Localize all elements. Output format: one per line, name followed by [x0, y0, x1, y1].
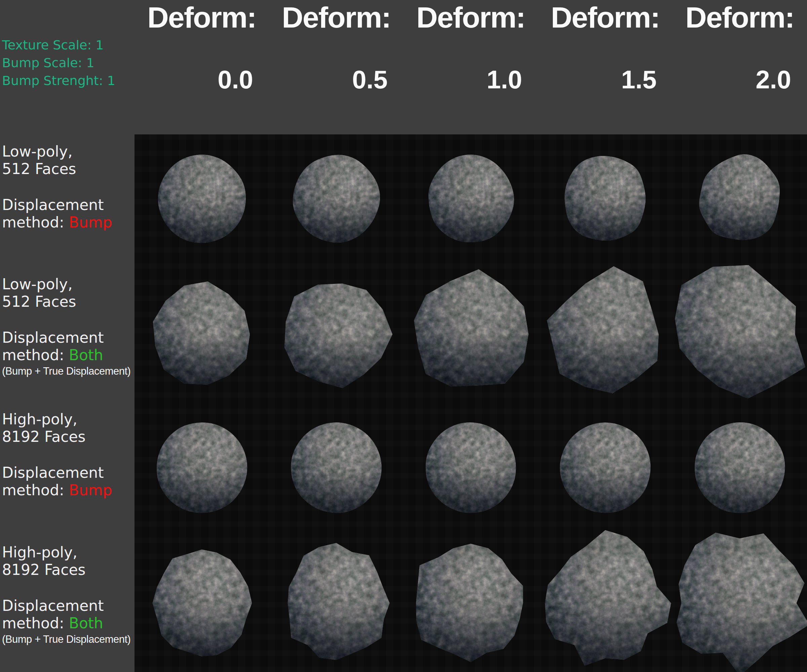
column-header-deform-3: Deform: [538, 0, 672, 35]
column-deform-value-3: 1.5 [572, 65, 706, 95]
face-count-label: 8192 Faces [2, 428, 134, 445]
asteroid-svg [269, 538, 404, 672]
column-deform-value-4: 2.0 [706, 65, 807, 95]
asteroid-render-r0c1 [269, 134, 404, 269]
settings-line-2: Bump Strenght: 1 [2, 72, 115, 90]
asteroid-render-r3c0 [134, 538, 269, 672]
asteroid-svg [269, 269, 404, 403]
displacement-word-label: Displacement [2, 464, 134, 482]
asteroid-render-r1c3 [538, 269, 672, 403]
asteroid-svg [404, 269, 538, 403]
method-value-label: Bump [69, 214, 112, 231]
row-label-block-2: High-poly,8192 FacesDisplacementmethod: … [2, 410, 134, 500]
asteroid-render-r3c4 [672, 538, 807, 672]
asteroid-render-r0c3 [538, 134, 672, 269]
asteroid-render-r1c0 [134, 269, 269, 403]
asteroid-svg [269, 134, 404, 269]
asteroid-render-r2c2 [404, 403, 538, 538]
row-label-block-1: Low-poly,512 FacesDisplacementmethod: Bo… [2, 276, 134, 378]
column-header-deform-1: Deform: [269, 0, 404, 35]
method-line: method: Bump [2, 214, 134, 231]
asteroid-svg [538, 403, 672, 538]
column-deform-value-0: 0.0 [168, 65, 303, 95]
asteroid-svg [538, 134, 672, 269]
mesh-type-label: High-poly, [2, 410, 134, 428]
face-count-label: 512 Faces [2, 293, 134, 310]
column-header-deform-2: Deform: [404, 0, 538, 35]
method-prefix-label: method: [2, 346, 69, 364]
method-prefix-label: method: [2, 614, 69, 632]
method-note-label: (Bump + True Displacement) [2, 633, 134, 646]
asteroid-render-r1c4 [672, 269, 807, 403]
asteroid-render-r1c1 [269, 269, 404, 403]
asteroid-render-r2c4 [672, 403, 807, 538]
method-prefix-label: method: [2, 482, 69, 498]
column-value-row: 0.00.51.01.52.0 [168, 65, 807, 95]
asteroid-render-r3c1 [269, 538, 404, 672]
method-line: method: Both [2, 346, 134, 364]
method-value-label: Bump [69, 482, 112, 498]
mesh-type-label: Low-poly, [2, 276, 134, 293]
method-value-label: Both [69, 614, 103, 632]
render-area [134, 134, 807, 672]
mesh-type-label: Low-poly, [2, 143, 134, 160]
asteroid-svg [404, 403, 538, 538]
asteroid-svg [134, 269, 269, 403]
asteroid-svg [134, 134, 269, 269]
settings-panel: Texture Scale: 1Bump Scale: 1Bump Streng… [2, 36, 115, 90]
face-count-label: 8192 Faces [2, 561, 134, 579]
row-label-block-0: Low-poly,512 FacesDisplacementmethod: Bu… [2, 143, 134, 232]
asteroid-render-r2c0 [134, 403, 269, 538]
method-prefix-label: method: [2, 214, 69, 231]
asteroid-render-r0c2 [404, 134, 538, 269]
asteroid-render-r2c1 [269, 403, 404, 538]
displacement-word-label: Displacement [2, 196, 134, 214]
asteroid-svg [269, 403, 404, 538]
asteroid-svg [538, 538, 672, 672]
settings-line-1: Bump Scale: 1 [2, 54, 115, 72]
asteroid-svg [404, 538, 538, 672]
method-line: method: Both [2, 614, 134, 632]
column-header-deform-4: Deform: [672, 0, 807, 35]
row-label-block-3: High-poly,8192 FacesDisplacementmethod: … [2, 544, 134, 646]
deform-comparison-figure: Deform:Deform:Deform:Deform:Deform: 0.00… [0, 0, 807, 672]
method-line: method: Bump [2, 482, 134, 499]
displacement-word-label: Displacement [2, 597, 134, 614]
column-deform-value-2: 1.0 [437, 65, 572, 95]
displacement-word-label: Displacement [2, 329, 134, 346]
asteroid-render-r1c2 [404, 269, 538, 403]
mesh-type-label: High-poly, [2, 544, 134, 561]
asteroid-svg [134, 538, 269, 672]
asteroid-render-r0c4 [672, 134, 807, 269]
asteroid-render-r0c0 [134, 134, 269, 269]
column-header-deform-0: Deform: [134, 0, 269, 35]
asteroid-svg [404, 134, 538, 269]
asteroid-svg [134, 403, 269, 538]
asteroid-svg [672, 403, 807, 538]
column-header-row: Deform:Deform:Deform:Deform:Deform: [134, 0, 807, 35]
method-value-label: Both [69, 346, 103, 364]
asteroid-svg [672, 134, 807, 269]
asteroid-svg [538, 269, 672, 403]
asteroid-render-r3c2 [404, 538, 538, 672]
method-note-label: (Bump + True Displacement) [2, 365, 134, 378]
column-deform-value-1: 0.5 [303, 65, 437, 95]
asteroid-render-r2c3 [538, 403, 672, 538]
face-count-label: 512 Faces [2, 160, 134, 178]
asteroid-render-r3c3 [538, 538, 672, 672]
asteroid-svg [672, 269, 807, 403]
asteroid-svg [672, 538, 807, 672]
settings-line-0: Texture Scale: 1 [2, 36, 115, 54]
